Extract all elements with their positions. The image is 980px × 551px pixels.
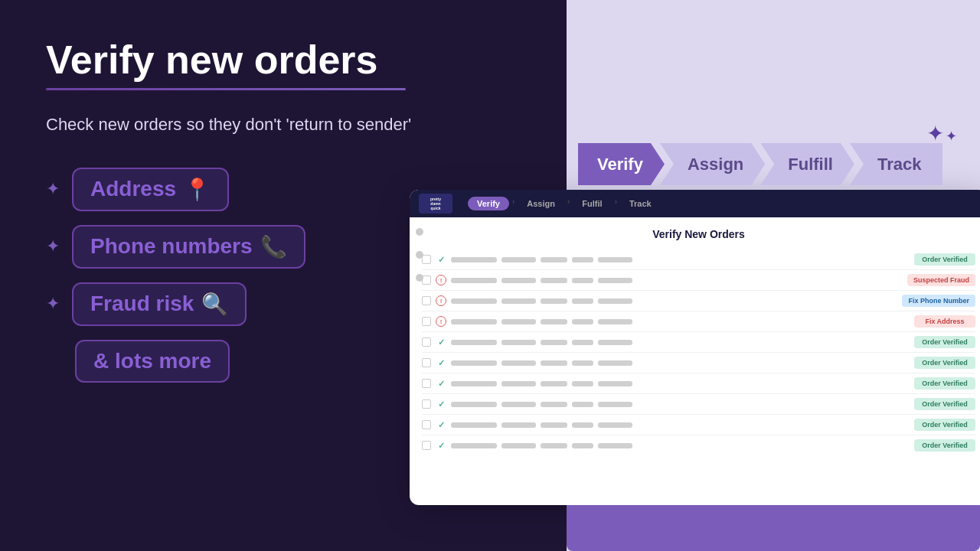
status-icon-ok: ✓ bbox=[436, 419, 446, 430]
address-icon: 📍 bbox=[184, 177, 211, 202]
star-icon-fraud: ✦ bbox=[46, 294, 60, 314]
row-data-bar bbox=[541, 381, 567, 386]
table-row: ✓ Order Verified bbox=[422, 435, 975, 455]
address-badge: Address 📍 bbox=[72, 168, 229, 211]
row-data-bar bbox=[572, 402, 593, 407]
table-row: ✓ Order Verified bbox=[422, 394, 975, 415]
fraud-badge: Fraud risk 🔍 bbox=[72, 282, 247, 326]
row-data-bar bbox=[541, 278, 567, 283]
row-checkbox[interactable] bbox=[422, 337, 431, 347]
step-verify-label: Verify bbox=[597, 155, 643, 174]
orders-table: ✓ Order Verified ! bbox=[422, 249, 975, 455]
status-badge: Order Verified bbox=[914, 439, 975, 452]
nav-arrow-1: › bbox=[512, 197, 514, 210]
status-badge: Fix Address bbox=[914, 315, 975, 328]
status-badge: Order Verified bbox=[914, 419, 975, 431]
status-badge: Suspected Fraud bbox=[907, 274, 975, 286]
step-fulfill[interactable]: Fulfill bbox=[760, 143, 854, 185]
row-data-bar bbox=[572, 340, 593, 345]
app-header: prettydamnquick Verify › Assign › Fulfil… bbox=[410, 190, 980, 217]
row-data-bar bbox=[501, 298, 536, 304]
nav-assign[interactable]: Assign bbox=[518, 197, 564, 210]
sidebar-dots bbox=[416, 228, 423, 282]
step-assign[interactable]: Assign bbox=[660, 143, 765, 185]
row-data-bar bbox=[598, 360, 632, 366]
row-data-bar bbox=[598, 381, 632, 386]
row-data-bar bbox=[572, 278, 593, 283]
sidebar-dot bbox=[416, 251, 423, 259]
table-row: ✓ Order Verified bbox=[422, 353, 975, 373]
row-data-bar bbox=[572, 319, 593, 324]
step-assign-label: Assign bbox=[688, 155, 743, 174]
row-data-bar bbox=[451, 402, 497, 407]
table-row: ! Fix Address bbox=[422, 311, 975, 332]
status-icon-err: ! bbox=[436, 275, 446, 285]
row-data-bar bbox=[598, 298, 632, 304]
status-badge: Fix Phone Number bbox=[902, 295, 975, 307]
status-badge: Order Verified bbox=[914, 398, 975, 410]
star-icon-phone: ✦ bbox=[46, 236, 60, 256]
row-data-bar bbox=[572, 257, 593, 262]
more-label: & lots more bbox=[93, 349, 211, 373]
row-data-bar bbox=[598, 278, 632, 283]
row-data-bar bbox=[501, 257, 536, 262]
row-data-bar bbox=[541, 422, 567, 428]
row-data-bar bbox=[572, 298, 593, 304]
app-nav: Verify › Assign › Fulfil › Track bbox=[468, 197, 661, 210]
row-data-bar bbox=[501, 402, 536, 407]
row-data-bar bbox=[541, 402, 567, 407]
address-label: Address bbox=[90, 177, 176, 201]
row-data-bar bbox=[451, 422, 497, 428]
row-data-bar bbox=[541, 360, 567, 366]
nav-track[interactable]: Track bbox=[620, 197, 661, 210]
status-icon-ok: ✓ bbox=[436, 440, 446, 451]
step-track[interactable]: Track bbox=[850, 143, 943, 185]
row-data-bar bbox=[451, 278, 497, 283]
phone-badge: Phone numbers 📞 bbox=[72, 225, 305, 269]
row-checkbox[interactable] bbox=[422, 379, 431, 388]
row-data-bar bbox=[598, 402, 632, 407]
step-track-label: Track bbox=[877, 155, 922, 174]
row-data-bar bbox=[598, 422, 632, 428]
row-data-bar bbox=[501, 422, 536, 428]
row-data-bar bbox=[572, 422, 593, 428]
table-row: ✓ Order Verified bbox=[422, 249, 975, 270]
right-panel: ✦✦ Verify Assign Fulfill Track prettydam… bbox=[567, 0, 980, 551]
row-data-bar bbox=[572, 443, 593, 448]
row-data-bar bbox=[451, 443, 497, 448]
table-row: ✓ Order Verified bbox=[422, 332, 975, 353]
row-data-bar bbox=[541, 257, 567, 262]
app-page-title: Verify New Orders bbox=[422, 228, 975, 240]
sidebar-dot bbox=[416, 228, 423, 236]
title-underline bbox=[46, 88, 406, 90]
row-checkbox[interactable] bbox=[422, 441, 431, 450]
row-data-bar bbox=[451, 298, 497, 304]
nav-fulfil[interactable]: Fulfil bbox=[573, 197, 611, 210]
app-content: Verify New Orders ✓ Order Verified bbox=[410, 217, 980, 466]
status-icon-err: ! bbox=[436, 295, 446, 306]
status-badge: Order Verified bbox=[914, 357, 975, 369]
table-row: ! Suspected Fraud bbox=[422, 270, 975, 291]
row-data-bar bbox=[598, 443, 632, 448]
step-verify[interactable]: Verify bbox=[578, 143, 665, 185]
step-fulfill-label: Fulfill bbox=[788, 155, 833, 174]
phone-label: Phone numbers bbox=[90, 234, 253, 259]
status-badge: Order Verified bbox=[914, 377, 975, 390]
row-checkbox[interactable] bbox=[422, 296, 431, 305]
star-icon-address: ✦ bbox=[46, 179, 60, 199]
status-icon-ok: ✓ bbox=[436, 378, 446, 389]
row-checkbox[interactable] bbox=[422, 420, 431, 429]
row-data-bar bbox=[451, 257, 497, 262]
row-checkbox[interactable] bbox=[422, 317, 431, 326]
nav-verify[interactable]: Verify bbox=[468, 197, 509, 210]
status-icon-err: ! bbox=[436, 316, 446, 327]
row-checkbox[interactable] bbox=[422, 358, 431, 367]
status-icon-ok: ✓ bbox=[436, 399, 446, 409]
row-checkbox[interactable] bbox=[422, 399, 431, 409]
row-data-bar bbox=[598, 340, 632, 345]
row-data-bar bbox=[598, 257, 632, 262]
fraud-label: Fraud risk bbox=[90, 292, 194, 316]
subtitle: Check new orders so they don't 'return t… bbox=[46, 113, 521, 137]
app-window: prettydamnquick Verify › Assign › Fulfil… bbox=[410, 190, 980, 505]
row-data-bar bbox=[451, 360, 497, 366]
